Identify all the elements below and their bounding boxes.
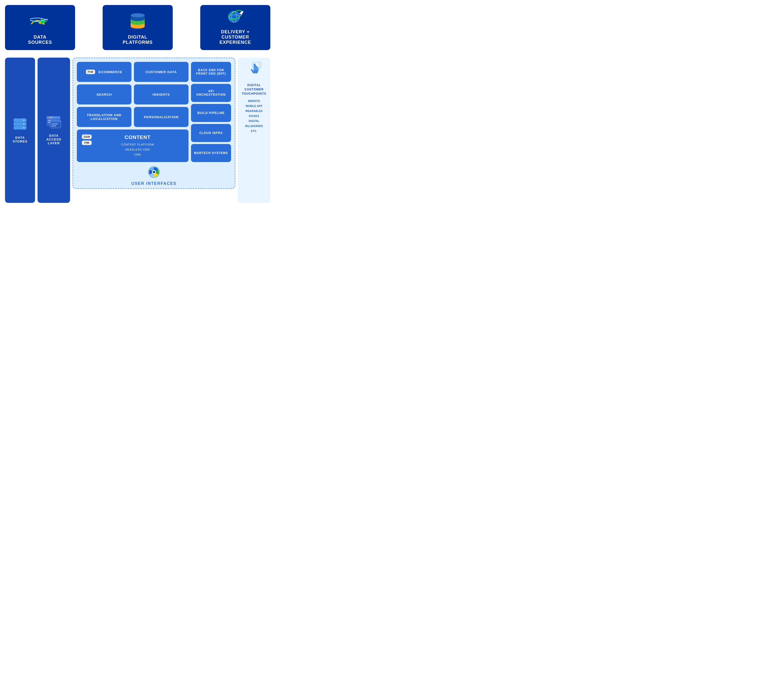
content-labels: CONTENT CONTENT PLATFORM HEADLESS CMS CM… xyxy=(91,135,183,157)
insights-label: INSIGHTS xyxy=(153,93,170,97)
touchpoint-etc: ETC. xyxy=(240,129,268,134)
build-label: BUILD PIPELINE xyxy=(198,111,225,115)
pim-badge-content: PIM xyxy=(82,140,91,145)
content-title: CONTENT xyxy=(91,135,183,140)
svg-point-9 xyxy=(229,11,239,22)
cloud-label: CLOUD INFRA xyxy=(199,131,223,135)
svg-rect-32 xyxy=(51,123,58,125)
pim-badge-ecommerce: PIM xyxy=(86,70,95,74)
ui-label: USER INTERFACES xyxy=(131,181,176,186)
svg-point-19 xyxy=(23,123,25,125)
svg-point-16 xyxy=(23,120,25,121)
data-access-col: DATA ACCESS LAYER xyxy=(38,58,70,203)
data-sources-label: DATA SOURCES xyxy=(28,35,52,45)
dam-badge: DAM xyxy=(82,135,91,139)
translation-label: TRANSLATION AND LOCALIZATION xyxy=(79,113,129,121)
content-sub3: CMS xyxy=(91,152,183,157)
digital-platforms-label: DIGITAL PLATFORMS xyxy=(123,35,153,45)
bff-card: BACK END FOR FRONT END (BFF) xyxy=(191,62,231,82)
digital-platforms-card: DIGITAL PLATFORMS xyxy=(103,5,173,50)
ui-bottom: USER INTERFACES xyxy=(77,162,231,187)
search-card: SEARCH xyxy=(77,84,131,105)
touchpoints-col: DIGITAL CUSTOMER TOUCHPOINTS WEBSITE MOB… xyxy=(238,58,270,203)
data-stores-col: DATA STORES xyxy=(5,58,35,203)
svg-point-22 xyxy=(23,127,25,128)
svg-rect-31 xyxy=(50,120,61,122)
content-card: DAM PIM CONTENT CONTENT PLATFORM HEADLES… xyxy=(77,130,188,162)
ecommerce-label: ECOMMERCE xyxy=(99,70,122,74)
build-card: BUILD PIPELINE xyxy=(191,104,231,122)
svg-marker-13 xyxy=(239,11,244,16)
touchpoints-title: DIGITAL CUSTOMER TOUCHPOINTS xyxy=(242,83,266,96)
dashed-wrapper: PIM ECOMMERCE CUSTOMER DATA SEARCH xyxy=(73,58,235,189)
bff-label: BACK END FOR FRONT END (BFF) xyxy=(193,68,229,75)
inner-left: PIM ECOMMERCE CUSTOMER DATA SEARCH xyxy=(77,62,188,162)
data-stores-icon xyxy=(13,117,28,132)
main-container: DATA SOURCES xyxy=(5,5,270,203)
cloud-card: CLOUD INFRA xyxy=(191,124,231,142)
touchpoint-website: WEBSITE xyxy=(240,99,268,104)
personalization-card: PERSONALIZATION xyxy=(134,107,188,127)
inner-grid-section: PIM ECOMMERCE CUSTOMER DATA SEARCH xyxy=(77,62,231,162)
ecommerce-card: PIM ECOMMERCE xyxy=(77,62,131,82)
customer-data-card: CUSTOMER DATA xyxy=(134,62,188,82)
data-access-label: DATA ACCESS LAYER xyxy=(46,134,62,145)
row2-grid: SEARCH INSIGHTS xyxy=(77,84,188,105)
svg-point-36 xyxy=(153,171,155,173)
touchpoint-wearables: WEARABLES xyxy=(240,109,268,114)
content-sub2: HEADLESS CMS xyxy=(91,147,183,152)
digital-platforms-icon xyxy=(128,13,147,33)
martech-label: MARTECH SYSTEMS xyxy=(194,151,228,155)
data-sources-card: DATA SOURCES xyxy=(5,5,75,50)
personalization-label: PERSONALIZATION xyxy=(144,115,178,119)
customer-data-label: CUSTOMER DATA xyxy=(146,70,177,74)
delivery-label: DELIVERY + CUSTOMER EXPERIENCE xyxy=(205,29,265,45)
svg-point-8 xyxy=(131,13,145,17)
touchpoint-mobile: MOBILE APP xyxy=(240,104,268,109)
touchpoints-icon xyxy=(246,62,262,81)
touchpoint-billboards: DIGITAL BILLBOARDS xyxy=(240,119,268,129)
martech-card: MARTECH SYSTEMS xyxy=(191,144,231,162)
api-label: API ORCHESTRATION xyxy=(193,89,229,97)
svg-point-25 xyxy=(48,117,49,118)
delivery-icon xyxy=(224,9,246,27)
inner-right: BACK END FOR FRONT END (BFF) API ORCHEST… xyxy=(191,62,231,162)
search-label: SEARCH xyxy=(96,93,112,97)
data-access-icon xyxy=(46,115,62,130)
data-sources-icon xyxy=(29,15,51,33)
data-stores-label: DATA STORES xyxy=(13,136,27,143)
row1-grid: PIM ECOMMERCE CUSTOMER DATA xyxy=(77,62,188,82)
api-card: API ORCHESTRATION xyxy=(191,84,231,102)
svg-point-27 xyxy=(52,117,53,118)
svg-point-26 xyxy=(50,117,51,118)
translation-card: TRANSLATION AND LOCALIZATION xyxy=(77,107,131,127)
insights-card: INSIGHTS xyxy=(134,84,188,105)
delivery-card: DELIVERY + CUSTOMER EXPERIENCE xyxy=(200,5,270,50)
row3-grid: TRANSLATION AND LOCALIZATION PERSONALIZA… xyxy=(77,107,188,127)
touchpoints-list: WEBSITE MOBILE APP WEARABLES KIOSKS DIGI… xyxy=(240,99,268,134)
svg-rect-33 xyxy=(51,125,57,127)
top-row: DATA SOURCES xyxy=(5,5,270,50)
touchpoint-kiosks: KIOSKS xyxy=(240,114,268,119)
main-section: DATA STORES xyxy=(5,58,270,203)
content-body: DAM PIM CONTENT CONTENT PLATFORM HEADLES… xyxy=(82,135,183,157)
content-badges: DAM PIM xyxy=(82,135,91,145)
ui-icon xyxy=(147,166,161,179)
content-sub1: CONTENT PLATFORM xyxy=(91,142,183,147)
